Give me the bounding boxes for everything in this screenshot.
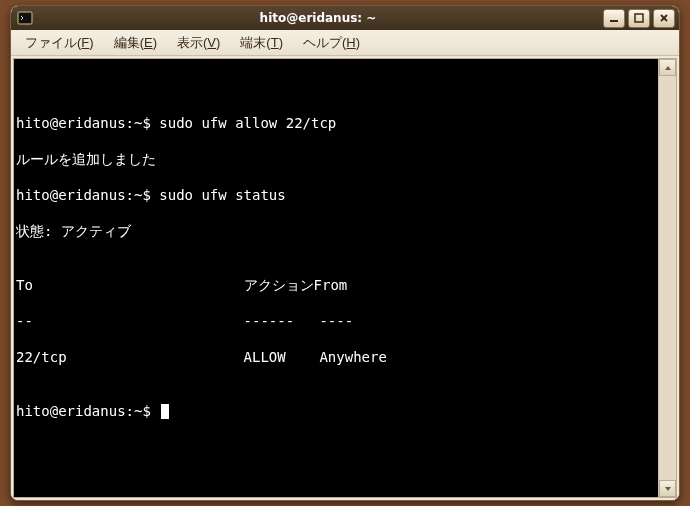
svg-rect-3 [635, 14, 643, 22]
menu-view[interactable]: 表示(V) [169, 32, 228, 54]
terminal-line: 状態: アクティブ [16, 222, 658, 240]
scroll-down-button[interactable] [659, 480, 676, 497]
terminal-window: hito@eridanus: ~ ファイル(F) 編集(E) 表示(V) 端末(… [10, 5, 680, 501]
window-title: hito@eridanus: ~ [33, 11, 603, 25]
menu-help-label: ヘルプ( [303, 35, 346, 50]
terminal-prompt: hito@eridanus:~$ [16, 403, 159, 419]
menu-edit[interactable]: 編集(E) [106, 32, 165, 54]
maximize-button[interactable] [628, 9, 650, 28]
close-button[interactable] [653, 9, 675, 28]
terminal-app-icon [17, 10, 33, 26]
titlebar[interactable]: hito@eridanus: ~ [11, 6, 679, 30]
menu-help[interactable]: ヘルプ(H) [295, 32, 368, 54]
terminal-line: To アクションFrom [16, 276, 658, 294]
terminal-line: hito@eridanus:~$ sudo ufw status [16, 186, 658, 204]
scroll-up-button[interactable] [659, 59, 676, 76]
minimize-button[interactable] [603, 9, 625, 28]
menu-view-label: 表示( [177, 35, 207, 50]
cursor-icon [161, 404, 169, 419]
menu-file-label: ファイル( [25, 35, 81, 50]
terminal-line: hito@eridanus:~$ sudo ufw allow 22/tcp [16, 114, 658, 132]
terminal-line: -- ------ ---- [16, 312, 658, 330]
terminal-viewport[interactable]: hito@eridanus:~$ sudo ufw allow 22/tcp ル… [14, 59, 658, 497]
svg-rect-1 [19, 13, 31, 23]
terminal-line: ルールを追加しました [16, 150, 658, 168]
terminal-line: 22/tcp ALLOW Anywhere [16, 348, 658, 366]
terminal-client-area: hito@eridanus:~$ sudo ufw allow 22/tcp ル… [11, 56, 679, 500]
menu-terminal-label: 端末( [240, 35, 270, 50]
terminal-prompt-line: hito@eridanus:~$ [16, 402, 658, 420]
menu-edit-label: 編集( [114, 35, 144, 50]
terminal-output: hito@eridanus:~$ sudo ufw allow 22/tcp ル… [14, 96, 658, 456]
scrollbar-vertical[interactable] [658, 59, 676, 497]
menu-file[interactable]: ファイル(F) [17, 32, 102, 54]
scrollbar-track[interactable] [659, 76, 676, 480]
menu-terminal[interactable]: 端末(T) [232, 32, 291, 54]
window-controls [603, 9, 675, 28]
terminal-frame: hito@eridanus:~$ sudo ufw allow 22/tcp ル… [13, 58, 677, 498]
menubar: ファイル(F) 編集(E) 表示(V) 端末(T) ヘルプ(H) [11, 30, 679, 56]
